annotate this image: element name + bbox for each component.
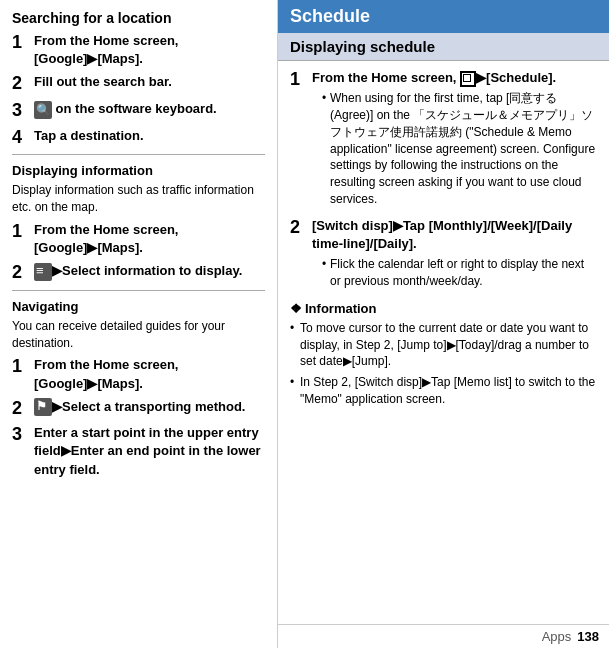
step-1: 1 From the Home screen, [Google]▶[Maps]. (12, 32, 265, 68)
left-column: Searching for a location 1 From the Home… (0, 0, 278, 648)
displaying-info-title: Displaying information (12, 163, 265, 178)
right-step-1-bullet-1: When using for the first time, tap [同意する… (322, 90, 597, 208)
step-1-num: 1 (12, 32, 34, 54)
disp-step-1-num: 1 (12, 221, 34, 243)
nav-step-1-num: 1 (12, 356, 34, 378)
divider-2 (12, 290, 265, 291)
info-header: Information (290, 301, 597, 316)
nav-step-1-text: From the Home screen, [Google]▶[Maps]. (34, 356, 265, 392)
nav-step-3-text: Enter a start point in the upper entry f… (34, 424, 265, 479)
step-3: 3 🔍 on the software keyboard. (12, 100, 265, 122)
disp-step-1: 1 From the Home screen, [Google]▶[Maps]. (12, 221, 265, 257)
page-footer: Apps 138 (278, 624, 609, 648)
displaying-info-desc: Display information such as traffic info… (12, 182, 265, 216)
display-schedule-header: Displaying schedule (278, 33, 609, 61)
disp-step-2-num: 2 (12, 262, 34, 284)
right-step-1-bullets: When using for the first time, tap [同意する… (312, 90, 597, 208)
step-4-num: 4 (12, 127, 34, 149)
footer-page-number: 138 (577, 629, 599, 644)
right-step-1-num: 1 (290, 69, 312, 91)
schedule-header: Schedule (278, 0, 609, 33)
nav-step-2-num: 2 (12, 398, 34, 420)
footer-apps-label: Apps (542, 629, 572, 644)
divider-1 (12, 154, 265, 155)
step-4: 4 Tap a destination. (12, 127, 265, 149)
info-bullet-1: To move cursor to the current date or da… (290, 320, 597, 370)
step-2-num: 2 (12, 73, 34, 95)
nav-step-3-num: 3 (12, 424, 34, 446)
right-step-2: 2 [Switch disp]▶Tap [Monthly]/[Week]/[Da… (290, 217, 597, 293)
right-step-1: 1 From the Home screen, ▶[Schedule]. Whe… (290, 69, 597, 211)
nav-step-2-text: ⚑▶Select a transporting method. (34, 398, 265, 417)
right-content: 1 From the Home screen, ▶[Schedule]. Whe… (278, 61, 609, 624)
nav-step-2: 2 ⚑▶Select a transporting method. (12, 398, 265, 420)
step-4-text: Tap a destination. (34, 127, 265, 145)
right-step-2-main: [Switch disp]▶Tap [Monthly]/[Week]/[Dail… (312, 217, 597, 253)
disp-step-1-text: From the Home screen, [Google]▶[Maps]. (34, 221, 265, 257)
left-main-title: Searching for a location (12, 10, 265, 26)
disp-step-2: 2 ≡▶Select information to display. (12, 262, 265, 284)
info-section: Information To move cursor to the curren… (290, 301, 597, 408)
info-bullet-2: In Step 2, [Switch disp]▶Tap [Memo list]… (290, 374, 597, 408)
right-step-1-main: From the Home screen, ▶[Schedule]. (312, 69, 597, 87)
right-step-2-content: [Switch disp]▶Tap [Monthly]/[Week]/[Dail… (312, 217, 597, 293)
step-3-text: 🔍 on the software keyboard. (34, 100, 265, 119)
right-column: Schedule Displaying schedule 1 From the … (278, 0, 609, 648)
right-step-2-num: 2 (290, 217, 312, 239)
step-2-text: Fill out the search bar. (34, 73, 265, 91)
disp-step-2-text: ≡▶Select information to display. (34, 262, 265, 281)
right-step-2-bullets: Flick the calendar left or right to disp… (312, 256, 597, 290)
right-step-2-bullet-1: Flick the calendar left or right to disp… (322, 256, 597, 290)
navigating-desc: You can receive detailed guides for your… (12, 318, 265, 352)
step-1-text: From the Home screen, [Google]▶[Maps]. (34, 32, 265, 68)
step-2: 2 Fill out the search bar. (12, 73, 265, 95)
right-step-1-content: From the Home screen, ▶[Schedule]. When … (312, 69, 597, 211)
step-3-num: 3 (12, 100, 34, 122)
nav-step-1: 1 From the Home screen, [Google]▶[Maps]. (12, 356, 265, 392)
navigating-title: Navigating (12, 299, 265, 314)
nav-step-3: 3 Enter a start point in the upper entry… (12, 424, 265, 479)
